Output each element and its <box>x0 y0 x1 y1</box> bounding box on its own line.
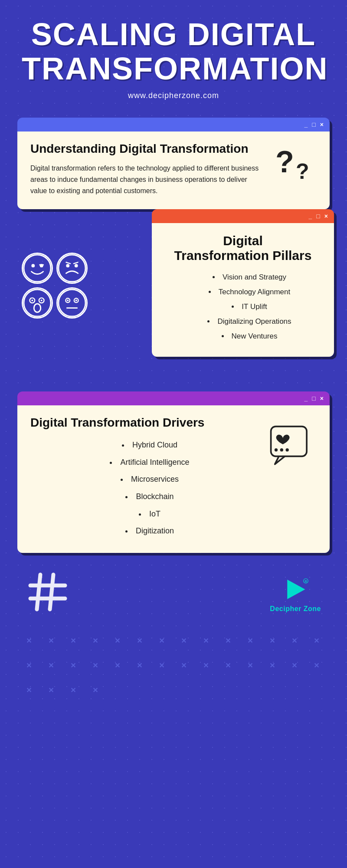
x-mark: ✕ <box>247 637 253 645</box>
pillar-item-2: Technology Alignment <box>178 285 321 299</box>
svg-point-22 <box>75 299 77 301</box>
title-line1: SCALING DIGITAL <box>31 17 316 52</box>
x-mark: ✕ <box>70 661 76 670</box>
svg-point-26 <box>286 448 289 451</box>
x-mark: ✕ <box>159 637 164 645</box>
brand-logo-icon: R <box>282 576 308 602</box>
card3-inner: Digital Transformation Drivers Hybrid Cl… <box>30 416 317 540</box>
x-mark: ✕ <box>70 637 76 645</box>
close-btn2[interactable]: × <box>324 213 328 220</box>
emoji-faces-grid <box>13 244 96 327</box>
x-mark: ✕ <box>92 686 98 694</box>
driver-item-6: Digitization <box>39 523 260 540</box>
card1-titlebar: _ □ × <box>17 118 330 132</box>
pillar-item-4: Digitalizing Operations <box>178 314 321 329</box>
decipher-brand: R Decipher Zone <box>270 576 321 613</box>
driver-item-2: Artificial Intelligence <box>39 454 260 471</box>
card2-controls: _ □ × <box>309 213 328 220</box>
x-mark: ✕ <box>247 661 253 670</box>
driver-item-4: Blockchain <box>39 488 260 506</box>
x-mark: ✕ <box>115 637 120 645</box>
svg-point-17 <box>59 289 85 316</box>
card1-text-area: Understanding Digital Transformation Dig… <box>30 142 265 196</box>
x-mark: ✕ <box>159 661 164 670</box>
driver-item-1: Hybrid Cloud <box>39 437 260 454</box>
footer: R Decipher Zone <box>13 562 334 632</box>
card1-controls: _ □ × <box>304 121 324 128</box>
x-mark: ✕ <box>314 637 319 645</box>
decorative-x-grid: ✕ ✕ ✕ ✕ ✕ ✕ ✕ ✕ ✕ ✕ ✕ ✕ ✕ ✕ ✕ ✕ ✕ ✕ ✕ ✕ … <box>13 632 334 699</box>
card2-body: DigitalTransformation Pillars Vision and… <box>152 223 334 357</box>
svg-point-25 <box>280 448 283 451</box>
minimize-btn3[interactable]: _ <box>304 395 308 402</box>
x-mark: ✕ <box>314 661 319 670</box>
close-btn3[interactable]: × <box>320 395 324 402</box>
emoji-face-2 <box>56 253 88 284</box>
maximize-btn2[interactable]: □ <box>316 213 320 220</box>
card1-heading: Understanding Digital Transformation <box>30 142 265 156</box>
x-mark: ✕ <box>26 637 32 645</box>
x-mark: ✕ <box>225 637 231 645</box>
x-mark: ✕ <box>269 661 275 670</box>
svg-point-8 <box>75 264 78 267</box>
card1-body: Understanding Digital Transformation Dig… <box>17 132 330 209</box>
x-mark: ✕ <box>181 637 187 645</box>
card1-description: Digital transformation refers to the tec… <box>30 163 265 196</box>
card-understanding: _ □ × Understanding Digital Transformati… <box>17 118 330 209</box>
x-mark: ✕ <box>225 661 231 670</box>
card-drivers: _ □ × Digital Transformation Drivers Hyb… <box>17 391 330 553</box>
x-mark: ✕ <box>26 686 32 694</box>
svg-point-3 <box>31 264 35 267</box>
card2-heading: DigitalTransformation Pillars <box>165 233 321 263</box>
x-mark: ✕ <box>115 661 120 670</box>
maximize-btn3[interactable]: □ <box>312 395 315 402</box>
x-mark: ✕ <box>291 637 297 645</box>
x-mark: ✕ <box>137 661 142 670</box>
card2-section: _ □ × DigitalTransformation Pillars Visi… <box>13 209 334 374</box>
title-line2: TRANSFORMATION <box>22 51 328 86</box>
svg-line-10 <box>74 263 78 264</box>
card3-titlebar: _ □ × <box>17 391 330 405</box>
x-mark: ✕ <box>48 686 54 694</box>
close-btn[interactable]: × <box>320 121 324 128</box>
x-mark: ✕ <box>203 637 209 645</box>
svg-line-30 <box>50 575 53 609</box>
svg-line-29 <box>37 575 40 609</box>
card3-text-area: Digital Transformation Drivers Hybrid Cl… <box>30 416 260 540</box>
card3-controls: _ □ × <box>304 395 324 402</box>
card2-titlebar: _ □ × <box>152 209 334 223</box>
svg-marker-31 <box>287 580 305 599</box>
card3-heading: Digital Transformation Drivers <box>30 416 260 430</box>
svg-text:R: R <box>305 580 307 583</box>
x-mark: ✕ <box>203 661 209 670</box>
x-mark: ✕ <box>269 637 275 645</box>
svg-point-2 <box>24 255 51 282</box>
card-pillars: _ □ × DigitalTransformation Pillars Visi… <box>152 209 334 357</box>
svg-text:?: ? <box>275 146 294 179</box>
x-mark: ✕ <box>26 661 32 670</box>
driver-item-3: Microservices <box>39 471 260 488</box>
emoji-face-3 <box>22 287 53 319</box>
pillar-item-3: IT Uplift <box>178 299 321 314</box>
driver-item-5: IoT <box>39 506 260 523</box>
svg-line-9 <box>66 263 70 264</box>
minimize-btn2[interactable]: _ <box>309 213 312 220</box>
x-mark: ✕ <box>70 686 76 694</box>
x-mark: ✕ <box>137 637 142 645</box>
svg-point-6 <box>59 255 85 282</box>
main-title: SCALING DIGITAL TRANSFORMATION <box>22 17 325 86</box>
x-mark: ✕ <box>291 661 297 670</box>
chat-heart-icon <box>269 424 317 478</box>
header: SCALING DIGITAL TRANSFORMATION www.decip… <box>13 0 334 118</box>
x-mark: ✕ <box>92 661 98 670</box>
svg-text:?: ? <box>296 159 309 184</box>
x-mark: ✕ <box>92 637 98 645</box>
website-url: www.decipherzone.com <box>22 91 325 100</box>
emoji-face-1 <box>22 253 53 284</box>
maximize-btn[interactable]: □ <box>312 121 315 128</box>
svg-point-7 <box>66 264 69 267</box>
svg-rect-23 <box>271 427 307 457</box>
svg-point-16 <box>41 299 43 301</box>
minimize-btn[interactable]: _ <box>304 121 308 128</box>
pillar-item-1: Vision and Strategy <box>178 270 321 285</box>
